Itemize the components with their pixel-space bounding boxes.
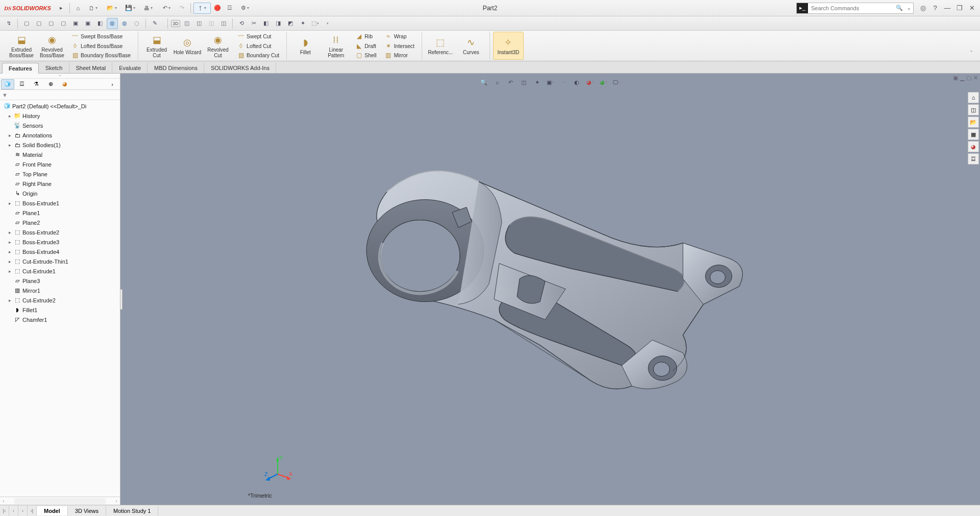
tree-item[interactable]: ▸⬚Boss-Extrude3 xyxy=(0,237,120,247)
expand-icon[interactable]: ▸ xyxy=(7,240,12,245)
tree-item[interactable]: ▱Right Plane xyxy=(0,179,120,189)
tree-item[interactable]: ▱Plane3 xyxy=(0,276,120,286)
curves-button[interactable]: ∿Curves xyxy=(456,32,486,60)
appearance-icon[interactable]: ◕ xyxy=(584,77,596,88)
search-input[interactable] xyxy=(808,5,895,11)
tree-item[interactable]: ▸⬚Cut-Extrude-Thin1 xyxy=(0,256,120,266)
ribbon-collapse-icon[interactable]: ˇ xyxy=(966,48,977,59)
view-left-icon[interactable]: ▢ xyxy=(45,18,57,29)
tab-sketch[interactable]: Sketch xyxy=(39,62,69,73)
boundary-boss-button[interactable]: ▧Boundary Boss/Base xyxy=(69,51,133,60)
scene-icon[interactable]: ◐ xyxy=(571,77,582,88)
tree-item[interactable]: ◗Fillet1 xyxy=(0,305,120,315)
tab-solidworks-add-ins[interactable]: SOLIDWORKS Add-Ins xyxy=(204,62,276,73)
tree-item[interactable]: ▸📁History xyxy=(0,111,120,121)
coord-icon[interactable]: ↯ xyxy=(3,18,14,29)
view-top-icon[interactable]: ▣ xyxy=(70,18,81,29)
expand-icon[interactable]: ▸ xyxy=(7,298,12,303)
tree-filter[interactable]: ▼ xyxy=(0,90,120,100)
view-orient-icon[interactable]: ✦ xyxy=(531,77,543,88)
section-view-icon[interactable]: ◫ xyxy=(518,77,529,88)
tree-tab-config-icon[interactable]: ⚗ xyxy=(30,79,43,89)
tool-e-icon[interactable]: ◩ xyxy=(285,18,296,29)
measure-icon[interactable]: ✎ xyxy=(149,18,160,29)
mirror-button[interactable]: ▥Mirror xyxy=(383,51,416,60)
zoom-fit-icon[interactable]: 🔍 xyxy=(478,77,489,88)
search-commands[interactable]: ▸_ 🔍 xyxy=(796,3,914,14)
prev-view-icon[interactable]: ↶ xyxy=(505,77,516,88)
revolved-boss-button[interactable]: ◉Revolved Boss/Base xyxy=(37,32,67,60)
user-icon[interactable]: ◎ xyxy=(917,2,929,14)
tree-hscroll[interactable]: ‹ › xyxy=(0,497,120,505)
help-icon[interactable]: ? xyxy=(929,2,941,14)
intersect-button[interactable]: ✶Intersect xyxy=(383,41,416,51)
tree-item[interactable]: ▱Front Plane xyxy=(0,159,120,169)
view-iso-icon[interactable]: ◧ xyxy=(94,18,106,29)
expand-icon[interactable]: ▸ xyxy=(7,143,12,148)
expand-icon[interactable]: ▸ xyxy=(7,201,12,206)
redo-icon[interactable]: ↷ xyxy=(177,3,188,14)
instant3d-button[interactable]: ✧Instant3D xyxy=(493,32,524,60)
view-right-icon[interactable]: ▢ xyxy=(58,18,69,29)
vp-link-icon[interactable]: ▣ xyxy=(953,75,958,81)
draft-button[interactable]: ◣Draft xyxy=(353,41,378,51)
bottom-tab-model[interactable]: Model xyxy=(37,506,68,515)
view-wireframe-icon[interactable]: ◌ xyxy=(131,18,142,29)
tree-tab-property-icon[interactable]: ☲ xyxy=(15,79,29,89)
tree-tab-dim-icon[interactable]: ⊕ xyxy=(44,79,57,89)
search-magnifier-icon[interactable]: 🔍 xyxy=(895,5,904,11)
tab-features[interactable]: Features xyxy=(2,63,39,74)
new-doc-icon[interactable]: 🗋 xyxy=(85,3,102,14)
minimize-icon[interactable]: — xyxy=(941,2,953,14)
tool-d-icon[interactable]: ◨ xyxy=(273,18,284,29)
swept-cut-button[interactable]: 〰Swept Cut xyxy=(235,32,281,41)
expand-icon[interactable]: ▸ xyxy=(7,249,12,254)
fillet-button[interactable]: ◗Fillet xyxy=(290,32,321,60)
tree-item[interactable]: ◸Chamfer1 xyxy=(0,315,120,324)
expand-icon[interactable]: ▸ xyxy=(7,269,12,274)
3d-viewport[interactable]: 🔍 ⌕ ↶ ◫ ✦ ▣ ◐ ◕ ◕ 🖵 ▣ ▁ ▢ ✕ ⌂ ◫ 📂 ▦ ◕ ☲ xyxy=(120,74,980,505)
shell-button[interactable]: ▢Shell xyxy=(353,51,378,60)
vp-min-icon[interactable]: ▁ xyxy=(960,75,964,81)
expand-icon[interactable]: ▸ xyxy=(7,113,12,119)
search-dropdown-icon[interactable] xyxy=(904,5,913,11)
traffic-light-icon[interactable]: 🔴 xyxy=(212,3,223,14)
vp-max-icon[interactable]: ▢ xyxy=(966,75,971,81)
rib-button[interactable]: ◢Rib xyxy=(353,32,378,41)
tool-a-icon[interactable]: ⟲ xyxy=(236,18,247,29)
view-front-icon[interactable]: ▢ xyxy=(21,18,32,29)
taskpane-library-icon[interactable]: 📂 xyxy=(968,116,979,128)
appearance2-icon[interactable]: ◕ xyxy=(598,77,609,88)
bottom-tab-3d-views[interactable]: 3D Views xyxy=(68,506,106,515)
restore-icon[interactable]: ❐ xyxy=(953,2,966,14)
tab-mbd-dimensions[interactable]: MBD Dimensions xyxy=(148,62,204,73)
select-icon[interactable]: ⭡ xyxy=(193,3,211,14)
tab-sheet-metal[interactable]: Sheet Metal xyxy=(69,62,113,73)
render-icon[interactable]: 🖵 xyxy=(611,77,622,88)
cube3-icon[interactable]: ◫ xyxy=(206,18,217,29)
expand-icon[interactable]: ▸ xyxy=(7,230,12,235)
tree-item[interactable]: ≋Material xyxy=(0,150,120,159)
btab-first-icon[interactable]: |‹ xyxy=(0,506,9,516)
3d-icon[interactable]: 3D xyxy=(171,20,180,27)
tree-item[interactable]: ↳Origin xyxy=(0,189,120,198)
taskpane-custom-icon[interactable]: ☲ xyxy=(968,153,979,165)
cube2-icon[interactable]: ◫ xyxy=(193,18,205,29)
revolved-cut-button[interactable]: ◉Revolved Cut xyxy=(203,32,233,60)
btab-prev-icon[interactable]: ‹ xyxy=(9,506,18,516)
expand-icon[interactable]: ▸ xyxy=(7,133,12,138)
extruded-boss-button[interactable]: ⬓Extruded Boss/Base xyxy=(6,32,37,60)
undo-icon[interactable]: ↶ xyxy=(158,3,176,14)
tree-item[interactable]: ▸⬚Boss-Extrude2 xyxy=(0,227,120,237)
display-style-icon[interactable]: ▣ xyxy=(545,77,556,88)
view-triad-icon[interactable]: Y X Z xyxy=(263,454,292,482)
expand-icon[interactable]: ▸ xyxy=(7,259,12,264)
tree-item[interactable]: ▸⬚Boss-Extrude1 xyxy=(0,198,120,208)
tab-evaluate[interactable]: Evaluate xyxy=(112,62,148,73)
tree-resize-grip[interactable] xyxy=(120,289,122,310)
boundary-cut-button[interactable]: ▧Boundary Cut xyxy=(235,51,281,60)
vp-close-icon[interactable]: ✕ xyxy=(973,75,978,81)
tree-tab-appearance-icon[interactable]: ◕ xyxy=(58,79,71,89)
bottom-tab-motion-study-1[interactable]: Motion Study 1 xyxy=(106,506,158,515)
wrap-button[interactable]: ≈Wrap xyxy=(383,32,416,41)
